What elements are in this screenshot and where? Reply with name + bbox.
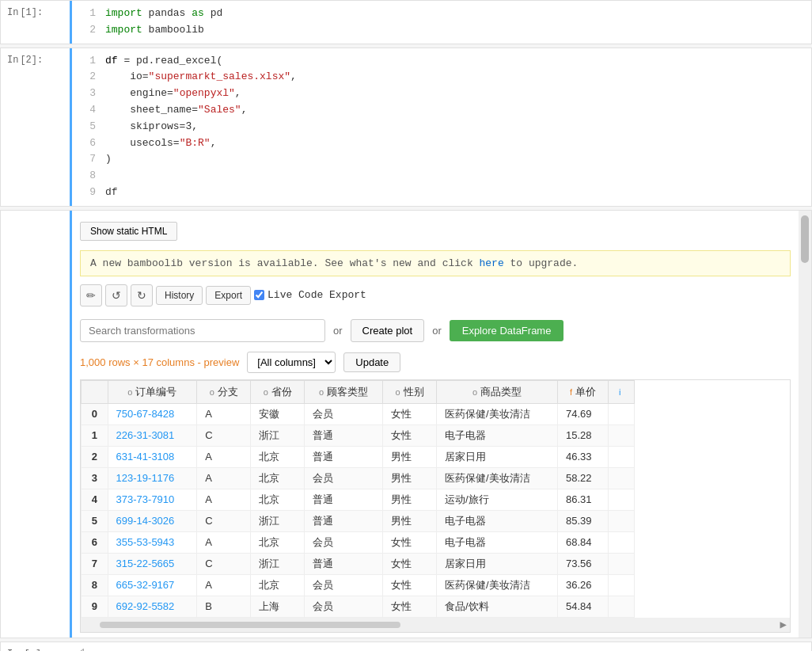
- cell-gender: 男性: [383, 446, 437, 467]
- code-line: 2 io="supermarkt_sales.xlsx",: [80, 69, 803, 86]
- cell-province: 上海: [251, 596, 305, 617]
- undo-button[interactable]: ↺: [105, 284, 127, 306]
- cell-product: 电子电器: [437, 531, 558, 553]
- cell-customer: 普通: [305, 446, 383, 467]
- th-unit-price[interactable]: f单价: [558, 380, 609, 403]
- cell-output-left: [1, 211, 72, 638]
- code-line: 1 df = pd.read_excel(: [80, 53, 803, 70]
- th-order-num[interactable]: o订单编号: [108, 380, 197, 403]
- cell-order[interactable]: 355-53-5943: [108, 531, 197, 553]
- cell-extra: [609, 510, 635, 531]
- cell-order[interactable]: 699-14-3026: [108, 510, 197, 531]
- line-num: 6: [80, 135, 96, 152]
- preview-suffix: - preview: [195, 356, 239, 368]
- show-static-html-button[interactable]: Show static HTML: [80, 222, 177, 241]
- cell-index: 2: [82, 446, 108, 467]
- live-code-export-checkbox[interactable]: Live Code Export: [254, 289, 366, 301]
- code-line: 3 engine="openpyxl",: [80, 86, 803, 102]
- code-line: 1 import pandas as pd: [80, 6, 803, 22]
- th-gender[interactable]: o性别: [383, 380, 437, 403]
- cell-order[interactable]: 123-19-1176: [108, 467, 197, 489]
- cell-index: 5: [82, 510, 108, 531]
- line-num: 3: [80, 86, 96, 102]
- cell-customer: 会员: [305, 596, 383, 617]
- cell-extra: [609, 467, 635, 489]
- cell-1-content[interactable]: 1 import pandas as pd 2 import bamboolib: [72, 1, 811, 44]
- update-button[interactable]: Update: [343, 352, 400, 372]
- cell-customer: 普通: [305, 553, 383, 574]
- table-row: 0 750-67-8428 A 安徽 会员 女性 医药保健/美妆清洁 74.69: [82, 403, 635, 424]
- cell-province: 北京: [251, 446, 305, 467]
- cell-branch: A: [197, 446, 251, 467]
- table-row: 5 699-14-3026 C 浙江 普通 男性 电子电器 85.39: [82, 510, 635, 531]
- code-text: ): [105, 151, 112, 168]
- banner-link[interactable]: here: [479, 257, 503, 269]
- th-index: [82, 380, 108, 403]
- search-input[interactable]: [80, 319, 325, 342]
- redo-button[interactable]: ↻: [131, 284, 153, 306]
- cell-order[interactable]: 692-92-5582: [108, 596, 197, 617]
- code-line: 9 df: [80, 185, 803, 201]
- th-customer-type[interactable]: o顾客类型: [305, 380, 383, 403]
- th-province[interactable]: o省份: [251, 380, 305, 403]
- rows-count: 1,000: [80, 356, 106, 368]
- cell-index: 3: [82, 467, 108, 489]
- empty-cell-content[interactable]: 1: [72, 642, 811, 651]
- cell-branch: A: [197, 531, 251, 553]
- data-table: o订单编号 o分支 o省份 o顾客类型 o性别 o商品类型 f单价 i 0 75…: [81, 380, 635, 618]
- cell-gender: 女性: [383, 424, 437, 446]
- cell-order[interactable]: 750-67-8428: [108, 403, 197, 424]
- explore-dataframe-button[interactable]: Explore DataFrame: [450, 320, 564, 341]
- cell-index: 7: [82, 553, 108, 574]
- cell-extra: [609, 574, 635, 596]
- preview-row: 1,000 rows × 17 columns - preview [All c…: [80, 348, 791, 379]
- banner-text: A new bamboolib version is available. Se…: [90, 257, 479, 269]
- cell-gender: 男性: [383, 489, 437, 510]
- scroll-right-arrow[interactable]: ▶: [780, 618, 787, 631]
- cell-branch: A: [197, 403, 251, 424]
- vscroll-thumb[interactable]: [801, 215, 809, 263]
- cell-output-content: Show static HTML A new bamboolib version…: [72, 211, 799, 638]
- cell-branch: B: [197, 596, 251, 617]
- cell-gender: 女性: [383, 596, 437, 617]
- cell-province: 安徽: [251, 403, 305, 424]
- history-button[interactable]: History: [156, 286, 203, 305]
- cell-order[interactable]: 631-41-3108: [108, 446, 197, 467]
- th-extra[interactable]: i: [609, 380, 635, 403]
- cell-price: 15.28: [558, 424, 609, 446]
- code-text: skiprows=3,: [105, 119, 198, 135]
- cell-order[interactable]: 315-22-5665: [108, 553, 197, 574]
- line-num: 8: [80, 168, 96, 185]
- cell-extra: [609, 531, 635, 553]
- cell-gender: 女性: [383, 553, 437, 574]
- create-plot-button[interactable]: Create plot: [351, 319, 425, 342]
- table-row: 3 123-19-1176 A 北京 会员 男性 医药保健/美妆清洁 58.22: [82, 467, 635, 489]
- code-line: 5 skiprows=3,: [80, 119, 803, 135]
- table-row: 8 665-32-9167 A 北京 会员 女性 医药保健/美妆清洁 36.26: [82, 574, 635, 596]
- cell-customer: 普通: [305, 489, 383, 510]
- columns-select[interactable]: [All columns]: [247, 352, 336, 373]
- table-row: 6 355-53-5943 A 北京 会员 女性 电子电器 68.84: [82, 531, 635, 553]
- cell-province: 北京: [251, 574, 305, 596]
- horizontal-scrollbar[interactable]: ▶: [81, 618, 790, 632]
- vertical-scrollbar[interactable]: [799, 211, 811, 638]
- pencil-button[interactable]: ✏: [80, 284, 102, 306]
- table-header-row: o订单编号 o分支 o省份 o顾客类型 o性别 o商品类型 f单价 i: [82, 380, 635, 403]
- cell-2-content[interactable]: 1 df = pd.read_excel( 2 io="supermarkt_s…: [72, 48, 811, 206]
- live-code-checkbox-input[interactable]: [254, 290, 264, 300]
- code-text: df = pd.read_excel(: [105, 53, 222, 70]
- cell-extra: [609, 489, 635, 510]
- cell-extra: [609, 424, 635, 446]
- banner-suffix: to upgrade.: [504, 257, 579, 269]
- cell-branch: A: [197, 574, 251, 596]
- cell-index: 4: [82, 489, 108, 510]
- export-button[interactable]: Export: [206, 286, 251, 305]
- scrollbar-thumb[interactable]: [100, 622, 400, 628]
- cell-order[interactable]: 665-32-9167: [108, 574, 197, 596]
- th-product-type[interactable]: o商品类型: [437, 380, 558, 403]
- cell-order[interactable]: 373-73-7910: [108, 489, 197, 510]
- th-branch[interactable]: o分支: [197, 380, 251, 403]
- cell-order[interactable]: 226-31-3081: [108, 424, 197, 446]
- cell-product: 电子电器: [437, 510, 558, 531]
- cols-count: 17: [142, 356, 153, 368]
